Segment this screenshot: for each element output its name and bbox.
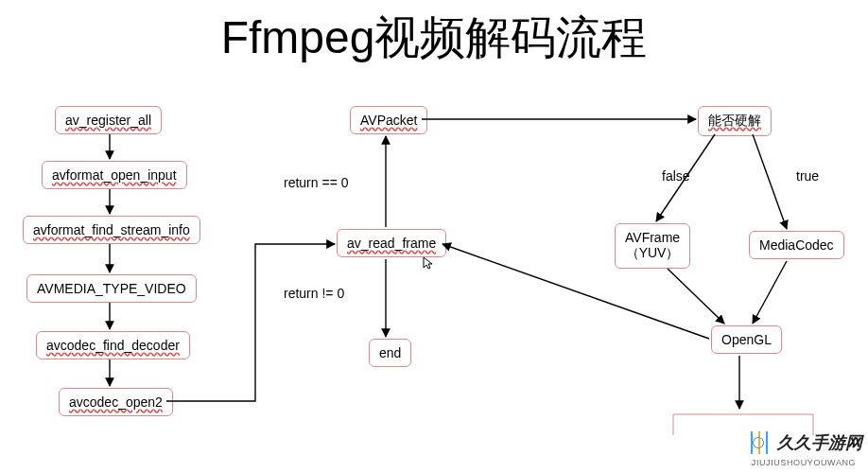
node-mediacodec: MediaCodec <box>749 231 844 259</box>
node-avformat-open-input: avformat_open_input <box>42 161 187 189</box>
node-avcodec-find-decoder: avcodec_find_decoder <box>36 331 190 359</box>
svg-line-9 <box>753 134 787 229</box>
node-avframe-yuv: AVFrame （YUV） <box>615 223 690 269</box>
label-false: false <box>662 168 690 184</box>
watermark-logo-icon <box>745 429 772 456</box>
svg-line-10 <box>668 269 724 324</box>
node-end: end <box>369 339 411 367</box>
node-opengl: OpenGL <box>711 325 782 354</box>
svg-line-11 <box>753 261 787 324</box>
node-av-register-all: av_register_all <box>55 106 162 134</box>
diagram-title: Ffmpeg视频解码流程 <box>0 8 868 68</box>
mouse-cursor-icon <box>422 255 437 271</box>
node-hardware-decode-check: 能否硬解 <box>698 106 772 136</box>
label-return-eq-0: return == 0 <box>284 175 349 190</box>
node-avcodec-open2: avcodec_open2 <box>59 388 173 416</box>
node-avpacket: AVPacket <box>350 106 427 134</box>
label-true: true <box>796 168 819 184</box>
node-avmedia-type-video: AVMEDIA_TYPE_VIDEO <box>26 274 197 303</box>
node-avformat-find-stream-info: avformat_find_stream_info <box>23 216 200 244</box>
watermark-text: 久久手游网 <box>777 431 862 454</box>
watermark: 久久手游网 JIUJIUSHOUYOUWANG <box>745 429 862 467</box>
label-return-ne-0: return != 0 <box>284 286 344 301</box>
watermark-url: JIUJIUSHOUYOUWANG <box>752 458 856 467</box>
node-av-read-frame: av_read_frame <box>337 229 446 257</box>
